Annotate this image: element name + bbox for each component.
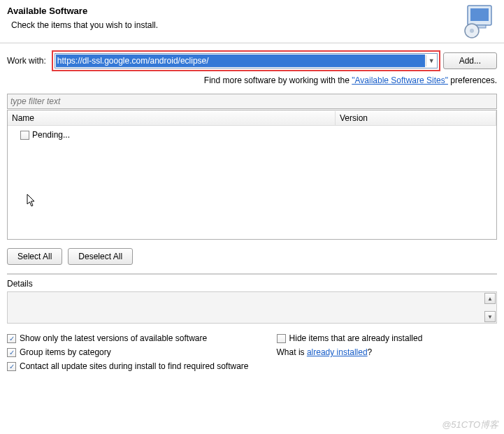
option-show-latest[interactable]: Show only the latest versions of availab… <box>7 333 277 343</box>
what-is-installed: What is already installed? <box>277 347 497 357</box>
option-hide-installed[interactable]: Hide items that are already installed <box>277 333 497 343</box>
find-more-suffix: preferences. <box>448 75 497 85</box>
find-more-prefix: Find more software by working with the <box>204 75 352 85</box>
find-more-text: Find more software by working with the "… <box>7 75 497 85</box>
already-installed-link[interactable]: already installed <box>307 347 368 357</box>
tree-item-label: Pending... <box>32 130 70 140</box>
work-with-label: Work with: <box>7 56 46 66</box>
option-label: Show only the latest versions of availab… <box>20 333 207 343</box>
available-sites-link[interactable]: "Available Software Sites" <box>352 75 448 85</box>
install-software-icon <box>461 3 497 39</box>
option-label: Group items by category <box>20 347 111 357</box>
dialog-header: Available Software Check the items that … <box>0 0 504 43</box>
checkbox-icon[interactable] <box>7 362 16 371</box>
work-with-input[interactable] <box>56 55 425 67</box>
dropdown-arrow-icon[interactable]: ▼ <box>426 55 437 66</box>
svg-point-4 <box>470 29 474 33</box>
option-group-category[interactable]: Group items by category <box>7 347 277 357</box>
software-tree: Name Version Pending... <box>7 110 497 240</box>
page-title: Available Software <box>7 6 497 16</box>
select-all-button[interactable]: Select All <box>7 248 62 265</box>
details-label: Details <box>7 279 497 289</box>
scroll-down-icon[interactable]: ▼ <box>484 311 496 322</box>
tree-header: Name Version <box>8 110 496 126</box>
column-version[interactable]: Version <box>336 111 496 125</box>
deselect-all-button[interactable]: Deselect All <box>68 248 133 265</box>
checkbox-icon[interactable] <box>7 348 16 357</box>
what-is-prefix: What is <box>277 347 307 357</box>
scroll-up-icon[interactable]: ▲ <box>484 293 496 304</box>
column-name[interactable]: Name <box>8 111 336 125</box>
checkbox-icon[interactable] <box>277 334 286 343</box>
watermark: @51CTO博客 <box>442 419 498 431</box>
work-with-combo[interactable]: ▼ <box>55 53 438 68</box>
work-with-highlight: ▼ <box>52 50 440 71</box>
option-label: Hide items that are already installed <box>289 333 423 343</box>
add-button[interactable]: Add... <box>443 52 497 69</box>
checkbox-icon[interactable] <box>20 131 29 140</box>
option-label: Contact all update sites during install … <box>20 361 249 371</box>
option-contact-sites[interactable]: Contact all update sites during install … <box>7 361 249 371</box>
what-is-suffix: ? <box>368 347 373 357</box>
page-subtitle: Check the items that you wish to install… <box>11 20 497 30</box>
details-textarea[interactable]: ▲ ▼ <box>7 291 497 324</box>
tree-item[interactable]: Pending... <box>12 129 492 141</box>
checkbox-icon[interactable] <box>7 334 16 343</box>
svg-rect-1 <box>470 8 489 21</box>
filter-input[interactable] <box>7 94 497 109</box>
